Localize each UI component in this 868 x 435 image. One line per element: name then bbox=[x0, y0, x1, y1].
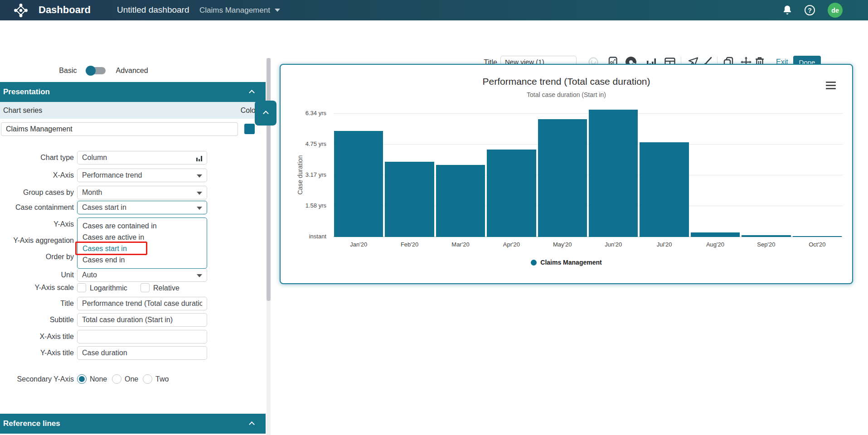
relative-checkbox[interactable] bbox=[141, 283, 150, 292]
unit-label: Unit bbox=[0, 268, 74, 282]
x-axis-label: Jun'20 bbox=[588, 241, 639, 248]
logarithmic-checkbox[interactable] bbox=[77, 283, 86, 292]
dropdown-option-cases-are-active-in[interactable]: Cases are active in bbox=[78, 232, 207, 243]
toggle-knob bbox=[86, 66, 96, 76]
logarithmic-label: Logarithmic bbox=[90, 284, 127, 293]
reference-lines-section-header[interactable]: Reference lines bbox=[0, 414, 266, 434]
y-axis-aggregation-label: Y-Axis aggregation bbox=[0, 235, 74, 246]
collapse-section-icon[interactable] bbox=[249, 421, 255, 427]
x-axis-label: Oct'20 bbox=[792, 241, 843, 248]
secondary-y-axis-one-radio[interactable] bbox=[112, 374, 121, 384]
y-tick-label: 1.58 yrs bbox=[289, 202, 326, 210]
dropdown-option-cases-start-in[interactable]: Cases start in bbox=[78, 243, 207, 254]
x-axis-title-input[interactable] bbox=[77, 330, 207, 343]
x-axis-label: Jul'20 bbox=[639, 241, 689, 248]
y-tick-label: instant bbox=[289, 233, 326, 241]
x-axis-label: May'20 bbox=[537, 241, 588, 248]
x-axis-label: Aug'20 bbox=[690, 241, 741, 248]
title-input[interactable] bbox=[77, 297, 207, 310]
group-cases-by-select[interactable]: Month bbox=[77, 186, 207, 199]
collapse-section-icon[interactable] bbox=[249, 90, 255, 96]
case-containment-select[interactable]: Cases start in bbox=[77, 201, 207, 214]
dataset-selector-label: Claims Management bbox=[199, 6, 270, 14]
y-axis-title-label: Y-Axis title bbox=[0, 346, 74, 360]
help-icon[interactable]: ? bbox=[804, 5, 815, 16]
presentation-header-label: Presentation bbox=[3, 87, 50, 97]
chevron-down-icon bbox=[197, 274, 202, 277]
x-axis-select[interactable]: Performance trend bbox=[77, 169, 207, 182]
chart-card[interactable]: Performance trend (Total case duration) … bbox=[280, 64, 853, 284]
relative-label: Relative bbox=[153, 284, 179, 293]
reference-lines-header-label: Reference lines bbox=[3, 419, 60, 428]
view-toolbar: Overview Activities Resources + Title oi bbox=[0, 20, 868, 57]
chevron-up-icon bbox=[263, 111, 269, 116]
x-axis-label: Sep'20 bbox=[741, 241, 791, 248]
basic-advanced-toggle[interactable] bbox=[87, 67, 106, 74]
chart-type-select[interactable]: Column bbox=[77, 151, 207, 164]
y-tick-label: 4.75 yrs bbox=[289, 140, 326, 149]
advanced-label: Advanced bbox=[116, 67, 148, 75]
y-tick-label: 3.17 yrs bbox=[289, 171, 326, 179]
chevron-down-icon bbox=[275, 9, 280, 12]
dataset-selector[interactable]: Claims Management bbox=[199, 6, 280, 15]
x-axis-value: Performance trend bbox=[82, 171, 142, 179]
bar-Sep'20[interactable] bbox=[742, 235, 790, 237]
bar-Oct'20[interactable] bbox=[793, 236, 842, 237]
panel-collapse-button[interactable] bbox=[255, 101, 276, 126]
x-axis-label: Apr'20 bbox=[486, 241, 537, 248]
series-color-swatch[interactable] bbox=[244, 124, 255, 134]
bar-Apr'20[interactable] bbox=[487, 150, 536, 237]
secondary-y-axis-none-radio[interactable] bbox=[77, 374, 87, 384]
series-name-input[interactable] bbox=[1, 122, 238, 136]
dropdown-option-cases-are-contained-in[interactable]: Cases are contained in bbox=[78, 220, 207, 232]
column-chart-type-icon bbox=[195, 154, 204, 162]
chart-type-label: Chart type bbox=[0, 151, 74, 164]
group-cases-by-label: Group cases by bbox=[0, 186, 74, 199]
svg-text:?: ? bbox=[808, 7, 812, 14]
bar-May'20[interactable] bbox=[538, 119, 587, 237]
chevron-down-icon bbox=[197, 192, 202, 195]
bar-Feb'20[interactable] bbox=[385, 162, 434, 237]
y-axis-scale-label: Y-Axis scale bbox=[0, 283, 74, 292]
app-logo-icon bbox=[13, 2, 29, 19]
chart-legend-item[interactable]: Claims Management bbox=[281, 259, 852, 266]
dropdown-option-cases-end-in[interactable]: Cases end in bbox=[78, 254, 207, 266]
y-tick-label: 6.34 yrs bbox=[289, 110, 326, 118]
bell-icon[interactable] bbox=[782, 5, 793, 16]
subtitle-label: Subtitle bbox=[0, 313, 74, 327]
y-axis-field-label: Y-Axis bbox=[0, 218, 74, 230]
x-axis-label: Mar'20 bbox=[435, 241, 486, 248]
bar-Jan'20[interactable] bbox=[334, 131, 383, 237]
chart-series-label: Chart series bbox=[3, 106, 42, 115]
x-axis-label: Jan'20 bbox=[333, 241, 384, 248]
chart-menu-icon[interactable] bbox=[826, 82, 836, 89]
legend-marker-icon bbox=[531, 260, 537, 266]
app-title: Dashboard bbox=[39, 4, 91, 16]
chart-series-header-row: Chart series Color bbox=[0, 102, 266, 119]
none-label: None bbox=[90, 375, 107, 384]
two-label: Two bbox=[155, 375, 169, 384]
unit-select[interactable]: Auto bbox=[77, 268, 207, 282]
plot-area: Jan'20Feb'20Mar'20Apr'20May'20Jun'20Jul'… bbox=[333, 110, 843, 237]
y-axis-title-input[interactable] bbox=[77, 346, 207, 360]
top-navigation-bar: Dashboard Untitled dashboard Claims Mana… bbox=[0, 0, 868, 20]
dashboard-name[interactable]: Untitled dashboard bbox=[117, 5, 189, 15]
subtitle-input[interactable] bbox=[77, 313, 207, 327]
chart-subtitle: Total case duration (Start in) bbox=[281, 91, 852, 98]
x-axis-title-label: X-Axis title bbox=[0, 330, 74, 343]
bar-Mar'20[interactable] bbox=[436, 165, 485, 237]
unit-value: Auto bbox=[82, 271, 97, 279]
scrollbar-thumb[interactable] bbox=[267, 58, 271, 301]
secondary-y-axis-two-radio[interactable] bbox=[143, 374, 152, 384]
presentation-section-header[interactable]: Presentation bbox=[0, 82, 266, 102]
user-avatar[interactable]: de bbox=[828, 3, 843, 18]
case-containment-label: Case containment bbox=[0, 201, 74, 214]
bar-Aug'20[interactable] bbox=[691, 232, 740, 237]
one-label: One bbox=[125, 375, 138, 384]
app: Dashboard Untitled dashboard Claims Mana… bbox=[0, 0, 868, 435]
chart-type-value: Column bbox=[82, 154, 107, 161]
bar-Jun'20[interactable] bbox=[589, 110, 638, 237]
settings-panel: Basic Advanced Presentation Chart series… bbox=[0, 57, 266, 435]
order-by-label: Order by bbox=[0, 251, 74, 262]
bar-Jul'20[interactable] bbox=[640, 142, 689, 237]
